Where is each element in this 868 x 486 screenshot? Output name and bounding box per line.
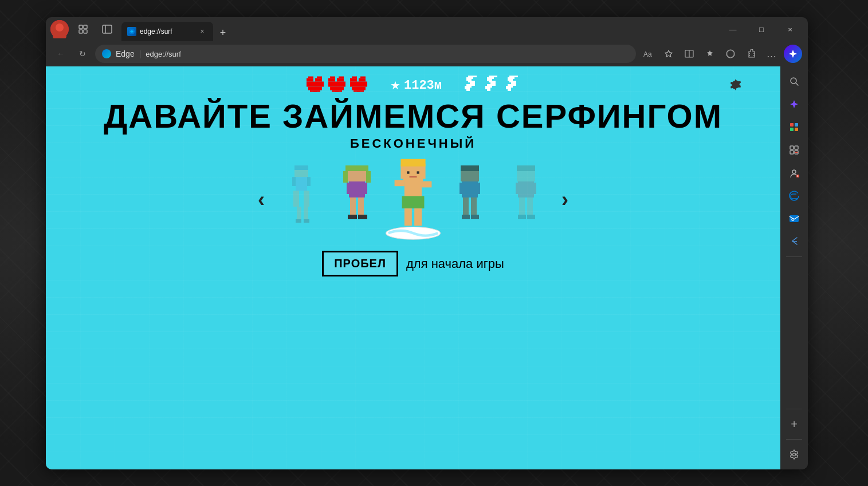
svg-rect-81 [343, 171, 348, 183]
svg-rect-27 [328, 82, 345, 87]
svg-rect-16 [317, 77, 322, 78]
sidebar-copilot-btn[interactable] [784, 94, 804, 114]
svg-rect-116 [518, 181, 534, 197]
refresh-button[interactable]: ↻ [73, 45, 92, 62]
profiles-btn[interactable] [722, 46, 739, 62]
char-slot-1[interactable] [275, 163, 327, 237]
edge-logo-icon [102, 49, 111, 58]
svg-rect-18 [315, 78, 322, 82]
svg-rect-44 [466, 84, 475, 86]
svg-rect-41 [466, 79, 472, 81]
svg-rect-5 [79, 30, 83, 33]
svg-line-124 [796, 83, 798, 85]
svg-rect-63 [506, 86, 513, 88]
svg-rect-55 [485, 88, 490, 89]
svg-rect-38 [357, 92, 360, 93]
svg-rect-77 [307, 177, 311, 186]
close-button[interactable]: × [777, 21, 803, 38]
svg-rect-115 [517, 165, 535, 171]
more-btn[interactable]: … [763, 46, 780, 62]
start-area: ПРОБЕЛ для начала игры [322, 251, 504, 276]
svg-rect-51 [489, 81, 496, 82]
avatar[interactable] [50, 20, 69, 38]
svg-rect-125 [790, 123, 794, 127]
hud: ★ 1123м [307, 66, 520, 100]
svg-rect-50 [487, 79, 492, 81]
svg-point-141 [793, 453, 796, 456]
sidebar-divider-1 [786, 256, 802, 257]
char-slot-5[interactable] [500, 163, 551, 237]
tab-title: edge://surf [140, 27, 194, 35]
sidebar-toggle-btn[interactable] [97, 20, 117, 38]
split-screen-btn[interactable] [681, 46, 698, 62]
svg-rect-83 [349, 181, 365, 197]
svg-rect-99 [417, 171, 419, 173]
title-bar: edge://surf × + — □ × [46, 17, 808, 41]
svg-rect-118 [533, 183, 536, 194]
address-divider: | [139, 49, 142, 58]
sidebar-collections-btn[interactable] [784, 117, 804, 137]
extensions-btn[interactable] [743, 46, 760, 62]
svg-rect-29 [332, 90, 342, 92]
browser-window: edge://surf × + — □ × ← ↻ Edge | edge://… [46, 17, 808, 469]
character-select: ‹ [46, 163, 780, 237]
sidebar-search-btn[interactable] [784, 71, 804, 92]
sidebar-share-btn[interactable] [784, 231, 804, 252]
address-bar[interactable]: Edge | edge://surf [95, 45, 636, 63]
hearts-display [307, 76, 367, 94]
svg-rect-67 [294, 170, 308, 177]
characters-list [275, 163, 551, 237]
read-aloud-btn[interactable]: Aa [639, 46, 657, 62]
svg-rect-35 [350, 82, 367, 87]
sidebar-plus-btn[interactable]: + [784, 414, 804, 434]
svg-rect-86 [350, 197, 356, 216]
maximize-button[interactable]: □ [748, 21, 775, 38]
svg-rect-106 [462, 181, 478, 197]
char-slot-2[interactable] [331, 163, 383, 237]
new-tab-button[interactable]: + [214, 24, 231, 41]
svg-rect-79 [348, 170, 366, 181]
svg-rect-42 [468, 81, 475, 82]
svg-rect-48 [489, 76, 497, 77]
svg-rect-39 [468, 76, 477, 77]
space-button[interactable]: ПРОБЕЛ [322, 251, 398, 276]
favorites-bar-btn[interactable] [701, 46, 718, 62]
svg-rect-110 [471, 197, 477, 216]
favorites-btn[interactable] [660, 46, 677, 62]
address-bar-row: ← ↻ Edge | edge://surf Aa [46, 41, 808, 66]
sidebar-tools-btn[interactable] [784, 140, 804, 160]
svg-rect-22 [313, 92, 317, 93]
char-next-btn[interactable]: › [551, 183, 579, 217]
copilot-button[interactable] [784, 45, 802, 63]
svg-rect-57 [509, 76, 518, 77]
char-slot-3[interactable] [382, 155, 444, 244]
svg-rect-68 [296, 177, 307, 191]
svg-rect-100 [410, 176, 417, 177]
right-sidebar: O + [780, 66, 808, 469]
svg-rect-85 [364, 183, 367, 194]
back-button[interactable]: ← [52, 45, 70, 62]
svg-rect-127 [790, 128, 794, 131]
svg-rect-64 [506, 88, 511, 89]
char-slot-4[interactable] [443, 163, 495, 237]
svg-rect-69 [293, 191, 299, 207]
svg-rect-126 [795, 123, 798, 127]
svg-rect-131 [790, 151, 794, 154]
sidebar-settings-btn[interactable] [784, 444, 804, 465]
active-tab[interactable]: edge://surf × [121, 22, 213, 41]
svg-rect-74 [304, 219, 309, 223]
svg-rect-32 [360, 77, 366, 78]
sidebar-outlook-btn[interactable]: O [784, 208, 804, 229]
sidebar-edge-btn[interactable] [784, 185, 804, 206]
minimize-button[interactable]: — [720, 21, 746, 38]
sidebar-persona-btn[interactable] [784, 163, 804, 183]
tab-close-btn[interactable]: × [197, 26, 207, 37]
svg-rect-73 [296, 219, 301, 223]
char-prev-btn[interactable]: ‹ [248, 183, 275, 217]
collections-toolbar-btn[interactable] [73, 20, 93, 38]
svg-rect-13 [726, 50, 735, 58]
lightning-3 [506, 76, 520, 95]
game-settings-btn[interactable] [725, 74, 746, 95]
svg-rect-20 [308, 87, 322, 90]
svg-rect-37 [354, 90, 364, 92]
